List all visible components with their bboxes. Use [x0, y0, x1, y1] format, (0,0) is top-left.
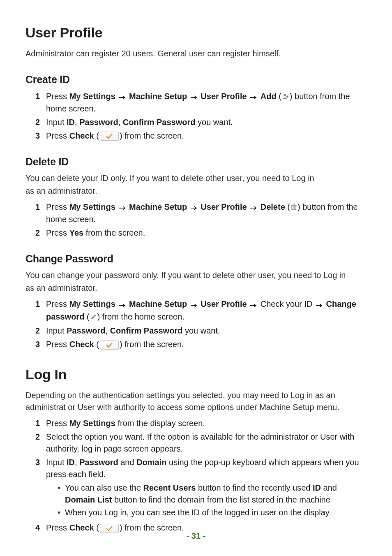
step-item: 3 Input ID, Password and Domain using th…	[35, 456, 367, 520]
step-number: 1	[35, 90, 46, 102]
step-item: 1 Press My Settings Machine Setup User P…	[35, 201, 367, 225]
edit-icon	[90, 311, 97, 323]
arrow-icon	[250, 91, 257, 103]
step-number: 2	[35, 325, 46, 337]
step-number: 1	[35, 298, 46, 310]
step-body: Input ID, Password and Domain using the …	[46, 456, 367, 520]
intro-user-profile: Administrator can register 20 users. Gen…	[25, 48, 367, 60]
trash-icon	[291, 202, 297, 213]
arrow-icon	[250, 299, 257, 311]
steps-create-id: 1 Press My Settings Machine Setup User P…	[25, 90, 367, 142]
step-body: Press My Settings from the display scree…	[46, 417, 367, 429]
page-number: - 31 -	[0, 530, 392, 542]
step-number: 3	[35, 338, 46, 350]
step-item: 3 Press Check () from the screen.	[35, 130, 367, 142]
step-item: 1 Press My Settings Machine Setup User P…	[35, 298, 367, 323]
step-item: 2 Input Password, Confirm Password you w…	[35, 325, 367, 337]
intro-change-pw-1: You can change your password only. If yo…	[25, 269, 367, 281]
steps-log-in: 1 Press My Settings from the display scr…	[25, 417, 367, 534]
step-item: 2 Press Yes from the screen.	[35, 227, 367, 239]
arrow-icon	[190, 299, 198, 311]
step-body: Press Check () from the screen.	[46, 338, 367, 350]
step-body: Press My Settings Machine Setup User Pro…	[46, 90, 367, 115]
step-body: Press Check () from the screen.	[46, 130, 367, 142]
bullet-item: When you Log in, you can see the ID of t…	[58, 507, 367, 519]
add-user-icon	[282, 91, 289, 103]
arrow-icon	[190, 91, 198, 103]
heading-change-password: Change Password	[25, 251, 367, 266]
heading-log-in: Log In	[25, 364, 367, 385]
arrow-icon	[250, 202, 257, 213]
heading-delete-id: Delete ID	[25, 154, 367, 169]
intro-change-pw-2: as an administrator.	[25, 282, 367, 294]
arrow-icon	[190, 202, 198, 213]
svg-rect-11	[293, 204, 295, 205]
sub-bullets: You can also use the Recent Users button…	[46, 482, 367, 519]
arrow-icon	[119, 202, 126, 213]
step-item: 2 Input ID, Password, Confirm Password y…	[35, 116, 367, 128]
step-number: 1	[35, 417, 46, 429]
step-number: 2	[35, 431, 46, 443]
step-body: Select the option you want. If the optio…	[46, 431, 367, 455]
check-button-icon	[100, 132, 119, 141]
step-item: 3 Press Check () from the screen.	[35, 338, 367, 350]
arrow-icon	[316, 299, 323, 311]
heading-user-profile: User Profile	[25, 23, 367, 43]
intro-delete-id-1: You can delete your ID only. If you want…	[25, 172, 367, 184]
steps-delete-id: 1 Press My Settings Machine Setup User P…	[25, 201, 367, 239]
step-body: Input Password, Confirm Password you wan…	[46, 325, 367, 337]
step-body: Press My Settings Machine Setup User Pro…	[46, 201, 367, 225]
step-body: Press Yes from the screen.	[46, 227, 367, 239]
step-item: 1 Press My Settings Machine Setup User P…	[35, 90, 367, 115]
check-button-icon	[100, 341, 119, 350]
arrow-icon	[119, 91, 126, 103]
arrow-icon	[119, 299, 126, 311]
step-number: 3	[35, 130, 46, 142]
step-body: Input ID, Password, Confirm Password you…	[46, 116, 367, 128]
step-number: 2	[35, 116, 46, 128]
steps-change-password: 1 Press My Settings Machine Setup User P…	[25, 298, 367, 350]
step-item: 1 Press My Settings from the display scr…	[35, 417, 367, 429]
heading-create-id: Create ID	[25, 72, 367, 87]
intro-log-in: Depending on the authentication settings…	[25, 389, 367, 413]
step-number: 1	[35, 201, 46, 213]
step-number: 2	[35, 227, 46, 239]
step-item: 2 Select the option you want. If the opt…	[35, 431, 367, 455]
bullet-item: You can also use the Recent Users button…	[58, 482, 367, 506]
step-body: Press My Settings Machine Setup User Pro…	[46, 298, 367, 323]
svg-point-3	[284, 94, 286, 96]
step-number: 3	[35, 456, 46, 468]
intro-delete-id-2: as an administrator.	[25, 185, 367, 197]
